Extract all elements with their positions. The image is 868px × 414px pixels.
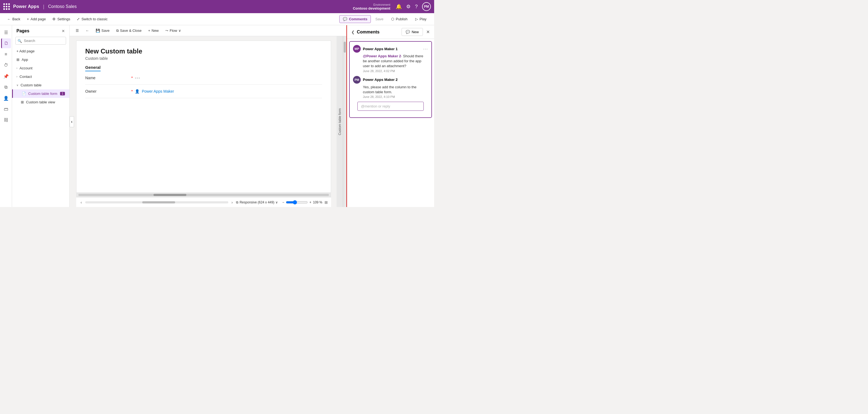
zoom-percent: 109 % (313, 200, 322, 204)
canvas-save-close-button[interactable]: ⧉ Save & Close (114, 27, 145, 34)
field-value-name[interactable]: --- (135, 76, 140, 80)
close-comments-icon[interactable]: ✕ (426, 29, 430, 34)
env-name: Contoso development (353, 6, 390, 10)
zoom-slider[interactable] (286, 200, 308, 205)
help-icon[interactable]: ? (415, 4, 418, 9)
sidebar-item-label: Custom table form (28, 92, 57, 96)
comments-panel-title: Comments (357, 30, 380, 34)
canvas-save-button[interactable]: 💾 Save (93, 27, 112, 34)
flow-icon: ⤳ (165, 29, 168, 33)
back-label: Back (12, 17, 20, 21)
hamburger-rail-icon[interactable]: ☰ (1, 27, 11, 37)
form-icon: 📄 (22, 92, 26, 96)
new-comment-button[interactable]: 💬 New (402, 28, 423, 36)
comment-icon: 💬 (343, 17, 347, 21)
comment-author-row-1: MP Power Apps Maker 1 ··· (353, 45, 428, 53)
horizontal-scrollbar[interactable] (76, 193, 331, 197)
sidebar-close-icon[interactable]: ✕ (62, 29, 65, 33)
required-indicator: * (131, 76, 133, 80)
comment-menu-icon-1[interactable]: ··· (423, 47, 428, 51)
sidebar-item-custom-table[interactable]: ∨ Custom table (12, 81, 69, 89)
play-button[interactable]: ▷ Play (412, 16, 430, 23)
nav-separator: | (43, 4, 44, 9)
layout-rail-icon[interactable]: ≡ (1, 49, 11, 59)
network-rail-icon[interactable]: ⛓ (1, 115, 11, 125)
save-button[interactable]: Save (372, 16, 387, 23)
comment-date-2: June 28, 2022, 4:10 PM (353, 95, 428, 98)
sidebar-item-custom-table-view[interactable]: ⊞ Custom table view (12, 98, 69, 107)
add-page-button[interactable]: + Add page (24, 16, 49, 23)
sidebar-item-label: Contact (20, 75, 32, 79)
publish-button[interactable]: ⬡ Publish (388, 16, 411, 23)
form-field-owner: Owner * 👤 Power Apps Maker (85, 85, 322, 98)
sidebar-item-contact[interactable]: › Contact (12, 72, 69, 81)
play-label: Play (420, 17, 427, 21)
add-page-label: Add page (31, 17, 46, 21)
collapse-panel-icon[interactable]: ❮ (351, 30, 355, 34)
canvas-scrollbar[interactable] (85, 201, 228, 203)
vertical-scrollbar[interactable] (343, 36, 346, 207)
switch-label: Switch to classic (82, 17, 107, 21)
plus-icon: + (27, 17, 29, 21)
scroll-left-button[interactable]: ‹ (70, 116, 74, 127)
canvas-back-button[interactable]: ← (83, 27, 92, 34)
canvas-wrapper: New Custom table Custom table General Na… (70, 36, 337, 207)
responsive-indicator[interactable]: ⧉ Responsive (624 x 449) ∨ (236, 200, 278, 204)
zoom-minus-icon[interactable]: − (282, 200, 284, 204)
app-launcher-icon[interactable] (3, 3, 10, 10)
user-avatar[interactable]: PM (422, 2, 431, 11)
chevron-down-icon: ∨ (17, 84, 18, 87)
search-input[interactable] (16, 37, 66, 45)
gear-icon: ⚙ (52, 17, 56, 21)
history-rail-icon[interactable]: ⏱ (1, 60, 11, 70)
canvas-flow-button[interactable]: ⤳ Flow ∨ (162, 27, 184, 34)
responsive-icon: ⧉ (236, 200, 239, 204)
user-rail-icon[interactable]: 👤 (1, 93, 11, 103)
right-side-label[interactable]: Custom table form (337, 36, 343, 207)
copy-rail-icon[interactable]: ⧉ (1, 82, 11, 92)
back-button[interactable]: ← Back (4, 16, 23, 23)
settings-icon[interactable]: ⚙ (406, 4, 410, 9)
canvas-bottom-bar: ‹ › ⧉ Responsive (624 x 449) ∨ − + 10 (76, 197, 331, 207)
sidebar-item-label: Account (20, 66, 32, 70)
sidebar-item-custom-table-form[interactable]: 📄 Custom table form 1 (12, 89, 69, 98)
pin-rail-icon[interactable]: 📌 (1, 71, 11, 81)
comments-button[interactable]: 💬 Comments (339, 15, 371, 23)
top-nav-icons: 🔔 ⚙ ? PM (396, 2, 431, 11)
sidebar-item-label: App (22, 58, 28, 62)
form-tab-general[interactable]: General (85, 65, 101, 71)
secondary-toolbar: ← Back + Add page ⚙ Settings ⤢ Switch to… (0, 13, 434, 25)
canvas-body: ‹ New Custom table Custom table General … (70, 36, 346, 207)
data-rail-icon[interactable]: 🗃 (1, 104, 11, 114)
canvas-hamburger-button[interactable]: ☰ (73, 27, 82, 34)
scroll-left-icon[interactable]: ‹ (80, 199, 83, 206)
comment-thread: MP Power Apps Maker 1 ··· @Power Apps Ma… (349, 41, 432, 118)
owner-value[interactable]: 👤 Power Apps Maker (135, 89, 174, 93)
settings-button[interactable]: ⚙ Settings (50, 16, 73, 23)
person-icon: 👤 (135, 89, 140, 93)
grid-icon[interactable]: ⊞ (324, 200, 328, 205)
responsive-label: Responsive (624 x 449) (240, 200, 274, 204)
reply-input[interactable]: @mention or reply (358, 102, 424, 111)
canvas-new-button[interactable]: + New (145, 27, 161, 34)
add-page-button[interactable]: + Add page (12, 47, 69, 55)
form-subtitle: Custom table (85, 56, 322, 61)
comments-panel: ❮ Comments 💬 New ✕ MP Power Apps Maker 1 (346, 25, 434, 207)
sidebar-item-account[interactable]: › Account (12, 64, 69, 72)
notification-icon[interactable]: 🔔 (396, 4, 402, 9)
pages-rail-icon[interactable]: 🗋 (1, 38, 11, 48)
save-label: Save (375, 17, 383, 21)
comment-avatar-1: MP (353, 45, 361, 53)
sidebar-item-app[interactable]: ⊞ App (12, 55, 69, 64)
comment-date-1: June 28, 2022, 4:02 PM (353, 69, 428, 73)
switch-classic-button[interactable]: ⤢ Switch to classic (74, 16, 110, 23)
switch-icon: ⤢ (77, 17, 80, 21)
comment-badge: 1 (60, 92, 65, 95)
comment-new-icon: 💬 (406, 30, 410, 34)
publish-label: Publish (396, 17, 408, 21)
top-navigation: Power Apps | Contoso Sales Environment C… (0, 0, 434, 13)
settings-label: Settings (57, 17, 70, 21)
canvas-form-content: New Custom table Custom table General Na… (76, 40, 331, 193)
zoom-plus-icon[interactable]: + (309, 200, 311, 204)
scroll-right-icon[interactable]: › (230, 199, 234, 206)
